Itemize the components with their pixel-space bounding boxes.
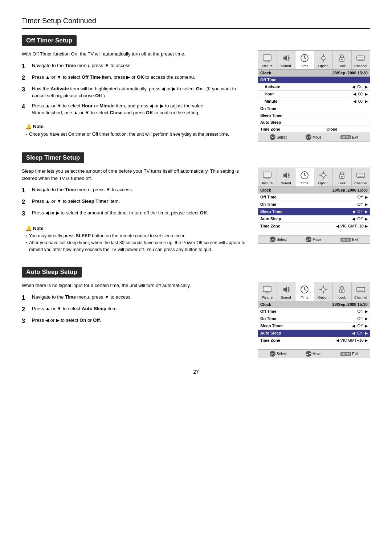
tv-menu-icons: Picture Sound	[258, 51, 370, 70]
auto-step-num-3: 3	[22, 317, 28, 325]
icon-label-sound-2: Sound	[281, 181, 291, 185]
on-time-label: On Time	[260, 106, 368, 111]
auto-sleep-val-3: ◀ On ▶	[296, 331, 368, 336]
time-zone-label-2: Time Zone	[260, 224, 296, 229]
section-auto-sleep: Auto Sleep Setup When there is no signal…	[22, 267, 370, 358]
tv-icon-lock-3: Lock	[333, 282, 352, 301]
clock-value-3: 28/Sep /2008 15:30	[332, 302, 368, 307]
steps-col-auto-sleep: When there is no signal input for a cert…	[22, 282, 250, 328]
footer-select-label-3: Select	[277, 352, 287, 356]
page-title: Timer Setup Continued	[22, 15, 370, 29]
tv-icon-sound: Sound	[277, 51, 296, 69]
tv-menu-footer-3: OK Select ▲▼ Move MENU Exit	[258, 349, 370, 358]
footer-select: OK Select	[270, 134, 287, 140]
auto-sleep-label-3: Auto Sleep	[260, 331, 296, 336]
tv-icon-channel-3: Channel	[352, 282, 370, 301]
clock-label: Clock	[260, 71, 332, 75]
tv-icon-time-2: Time	[295, 168, 314, 186]
note-sleep-label: Note	[33, 226, 44, 231]
on-time-label-3: On Time	[260, 316, 296, 321]
step-num-2: 2	[22, 74, 28, 82]
footer-exit-label-2: Exit	[352, 238, 358, 242]
section-auto-sleep-layout: When there is no signal input for a cert…	[22, 282, 370, 358]
tv-icon-picture-3: Picture	[258, 282, 277, 301]
sleep-step-num-1: 1	[22, 186, 28, 195]
svg-point-26	[322, 173, 325, 177]
tv-icon-picture-2: Picture	[258, 168, 277, 186]
sleep-step-2: 2 Press ▲ or ▼ to select Sleep Timer ite…	[22, 198, 250, 206]
icon-label-lock-3: Lock	[338, 295, 346, 299]
tv-icon-channel-2: Channel	[352, 168, 370, 186]
steps-col-off-timer: With Off Timer function On, the TV will …	[22, 50, 250, 140]
tv-row-clock: Clock 28/Sep /2008 15:30	[258, 70, 370, 77]
step-text-4: Press ▲ or ▼ to select Hour or Minute it…	[32, 102, 205, 116]
note-sleep-icon: 🔔	[25, 225, 32, 231]
step-4: 4 Press ▲ or ▼ to select Hour or Minute …	[22, 102, 250, 116]
tv-row-time-zone-2: Time Zone ◀ VIC GMT+10 ▶	[258, 223, 370, 230]
svg-rect-20	[266, 177, 269, 178]
step-3: 3 Now the Activate item will be highligh…	[22, 85, 250, 99]
time-zone-close: Close	[296, 127, 368, 131]
footer-select-label: Select	[277, 135, 287, 139]
title-suffix: Continued	[61, 17, 96, 25]
clock-label-2: Clock	[260, 188, 332, 192]
svg-marker-3	[283, 55, 287, 61]
tv-icon-sound-2: Sound	[277, 168, 296, 186]
svg-point-37	[362, 176, 363, 177]
svg-rect-38	[263, 286, 271, 292]
tv-row-hour: Hour ◀ 00 ▶	[258, 91, 370, 98]
step-num-1: 1	[22, 62, 28, 71]
auto-step-num-1: 1	[22, 294, 28, 302]
spacer-row-2	[258, 344, 370, 349]
menu-btn-2: MENU	[340, 238, 351, 242]
activate-label: Activate	[265, 85, 299, 89]
footer-move-3: ▲▼ Move	[306, 351, 321, 357]
section-sleep-timer: Sleep Timer Setup Sleep timer lets you s…	[22, 152, 370, 256]
icon-label-option-2: Option	[318, 181, 328, 185]
page-number: 27	[22, 369, 370, 375]
svg-point-36	[360, 176, 362, 177]
auto-step-1: 1 Navigate to the Time menu, press ▼ to …	[22, 294, 250, 302]
svg-point-18	[362, 59, 363, 60]
note-sleep-timer: 🔔 Note You may directly press SLEEP butt…	[22, 222, 250, 256]
svg-point-54	[358, 290, 360, 292]
svg-marker-22	[283, 172, 287, 178]
section-header-sleep-timer: Sleep Timer Setup	[22, 152, 84, 163]
tv-icon-lock: Lock	[333, 51, 352, 69]
off-time-label-2: Off Time	[260, 195, 296, 200]
tv-menu-off-timer: Picture Sound	[258, 50, 370, 141]
svg-point-13	[341, 59, 343, 60]
svg-rect-40	[265, 293, 270, 294]
icon-label-time: Time	[301, 64, 309, 68]
auto-step-2: 2 Press ▲ or ▼ to select Auto Sleep item…	[22, 305, 250, 314]
footer-move-label: Move	[313, 135, 321, 139]
footer-select-3: OK Select	[270, 351, 287, 357]
icon-label-picture-3: Picture	[262, 295, 273, 299]
icon-label-picture: Picture	[262, 64, 273, 68]
tv-row-off-time-3: Off Time Off ▶	[258, 308, 370, 315]
section-off-timer: Off Timer Setup With Off Timer function …	[22, 35, 370, 141]
ok-btn-2: OK	[270, 237, 275, 242]
tv-icon-sound-3: Sound	[277, 282, 296, 301]
note-sleep-title: 🔔 Note	[25, 225, 247, 231]
time-zone-label-3: Time Zone	[260, 338, 296, 343]
tv-row-sleep-timer: Sleep Timer	[258, 112, 370, 119]
off-time-label: Off Time	[260, 78, 368, 82]
sleep-timer-label-3: Sleep Timer	[260, 324, 296, 328]
icon-label-channel: Channel	[354, 64, 367, 68]
off-time-val-2: Off ▶	[296, 195, 368, 200]
move-btn-3: ▲▼	[306, 351, 311, 357]
auto-step-3: 3 Press ◀ or ▶ to select On or Off.	[22, 317, 250, 325]
off-time-label-3: Off Time	[260, 309, 296, 314]
section-header-auto-sleep: Auto Sleep Setup	[22, 267, 82, 278]
note-icon: 🔔	[25, 124, 32, 130]
tv-row-auto-sleep-2: Auto Sleep ◀ Off ▶	[258, 216, 370, 223]
move-btn: ▲▼	[306, 134, 311, 140]
sleep-step-3: 3 Press ◀ or ▶ to select the amount of t…	[22, 209, 250, 218]
sleep-step-text-1: Navigate to the Time menu , press ▼ to a…	[32, 186, 133, 195]
icon-label-channel-3: Channel	[354, 295, 367, 299]
tv-icon-option-3: Option	[314, 282, 333, 301]
tv-row-auto-sleep-3: Auto Sleep ◀ On ▶	[258, 330, 370, 337]
svg-rect-2	[265, 61, 270, 62]
tv-row-time-zone: Time Zone Close	[258, 126, 370, 133]
